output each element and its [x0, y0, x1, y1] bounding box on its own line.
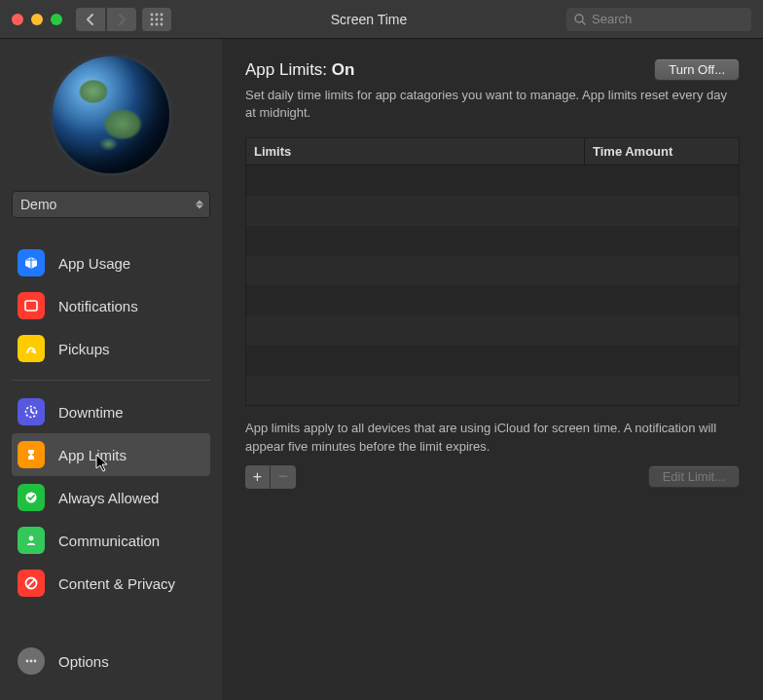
search-placeholder: Search [592, 12, 632, 26]
table-header: Limits Time Amount [246, 138, 739, 166]
sidebar-item-label: Content & Privacy [58, 575, 175, 592]
svg-point-0 [151, 13, 154, 16]
svg-point-19 [34, 660, 37, 663]
sidebar-item-downtime[interactable]: Downtime [12, 390, 210, 433]
table-row [246, 196, 739, 226]
close-window-button[interactable] [12, 14, 23, 25]
app-usage-icon [18, 249, 45, 276]
fullscreen-window-button[interactable] [51, 14, 62, 25]
sidebar-item-label: Always Allowed [58, 490, 159, 506]
sidebar-item-notifications[interactable]: Notifications [12, 284, 210, 327]
forward-button[interactable] [107, 8, 136, 31]
svg-line-10 [582, 21, 585, 24]
svg-point-18 [30, 660, 33, 663]
search-input[interactable]: Search [566, 8, 751, 31]
table-row [246, 285, 739, 315]
user-avatar [53, 56, 169, 173]
user-selector-value: Demo [20, 197, 56, 212]
always-allowed-icon [18, 484, 45, 511]
sidebar-item-pickups[interactable]: Pickups [12, 327, 210, 370]
svg-point-17 [26, 660, 29, 663]
svg-point-7 [156, 22, 159, 25]
content-pane: App Limits: On Turn Off... Set daily tim… [222, 39, 763, 700]
column-time-amount[interactable]: Time Amount [585, 138, 739, 165]
sidebar-item-content-privacy[interactable]: Content & Privacy [12, 562, 210, 605]
svg-line-16 [27, 579, 35, 587]
notifications-icon [18, 292, 45, 319]
page-title: App Limits: On [245, 60, 354, 80]
svg-point-8 [161, 22, 164, 25]
svg-point-1 [156, 13, 159, 16]
sidebar-item-label: Communication [58, 533, 160, 549]
sidebar-item-label: App Usage [58, 255, 130, 272]
table-row [246, 376, 739, 406]
communication-icon [18, 527, 45, 554]
remove-limit-button[interactable]: − [271, 465, 296, 489]
table-row [246, 346, 739, 376]
svg-point-5 [161, 18, 164, 20]
title-bar: Screen Time Search [0, 0, 763, 39]
window-title: Screen Time [171, 12, 566, 27]
table-row [246, 166, 739, 196]
app-limits-icon [18, 441, 45, 468]
table-row [246, 226, 739, 256]
content-privacy-icon [18, 570, 45, 597]
downtime-icon [18, 398, 45, 425]
sidebar-item-label: Options [58, 653, 109, 670]
sidebar-item-label: App Limits [58, 447, 127, 463]
table-row [246, 256, 739, 286]
options-icon [18, 647, 45, 675]
sidebar-item-communication[interactable]: Communication [12, 519, 210, 562]
sidebar-item-options[interactable]: Options [12, 640, 210, 682]
sidebar-item-label: Downtime [58, 404, 124, 421]
svg-point-4 [156, 18, 159, 20]
pickups-icon [18, 335, 45, 362]
search-icon [574, 14, 586, 25]
user-selector[interactable]: Demo [12, 191, 210, 218]
svg-point-2 [161, 13, 164, 16]
turn-off-button[interactable]: Turn Off... [654, 58, 740, 81]
window-controls [12, 14, 62, 25]
show-all-button[interactable] [142, 8, 171, 31]
updown-icon [196, 201, 203, 209]
sidebar-item-always-allowed[interactable]: Always Allowed [12, 476, 210, 519]
svg-rect-11 [25, 301, 37, 311]
svg-point-3 [151, 18, 154, 20]
nav-group [76, 8, 136, 31]
column-limits[interactable]: Limits [246, 138, 585, 165]
sidebar-item-label: Notifications [58, 298, 138, 314]
sidebar: Demo App Usage Notifications Pickups [0, 39, 222, 700]
svg-point-14 [29, 536, 34, 541]
table-body[interactable] [246, 166, 739, 405]
table-row [246, 315, 739, 346]
sidebar-item-app-usage[interactable]: App Usage [12, 241, 210, 284]
edit-limit-button[interactable]: Edit Limit... [648, 465, 740, 488]
page-description: Set daily time limits for app catagories… [245, 87, 740, 122]
svg-point-6 [151, 22, 154, 25]
sidebar-item-app-limits[interactable]: App Limits [12, 433, 210, 476]
limits-table: Limits Time Amount [245, 137, 740, 406]
add-remove-group: + − [245, 465, 296, 489]
minimize-window-button[interactable] [31, 14, 43, 25]
add-limit-button[interactable]: + [245, 465, 271, 489]
divider [12, 380, 210, 381]
back-button[interactable] [76, 8, 105, 31]
footnote: App limits apply to all devices that are… [245, 420, 740, 455]
sidebar-item-label: Pickups [58, 341, 110, 357]
